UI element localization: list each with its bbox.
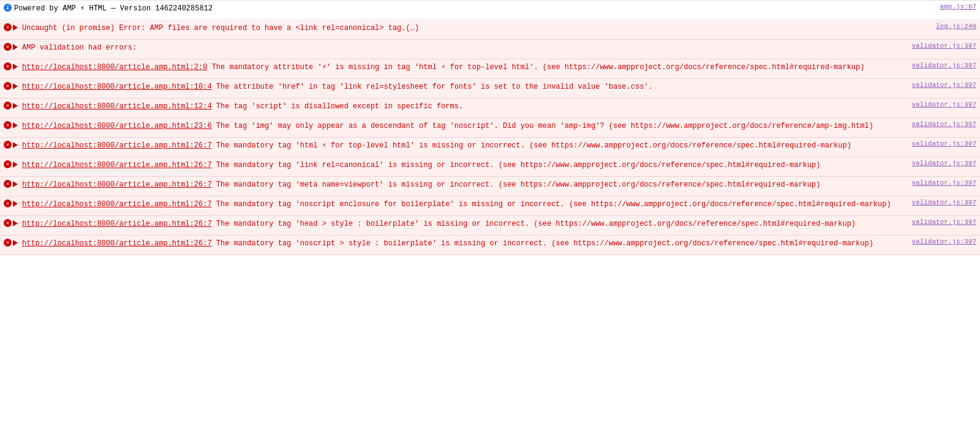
console-row: ✕ http://localhost:8000/article.amp.html… xyxy=(0,236,980,255)
message-text: http://localhost:8000/article.amp.html:2… xyxy=(22,121,903,132)
row-icon-area: ✕ xyxy=(4,239,20,247)
error-icon: ✕ xyxy=(4,82,12,90)
expand-triangle[interactable] xyxy=(13,64,18,70)
row-icon-area: ✕ xyxy=(4,82,20,90)
expand-triangle[interactable] xyxy=(13,240,18,246)
error-link[interactable]: http://localhost:8000/article.amp.html:2… xyxy=(22,63,207,72)
expand-triangle[interactable] xyxy=(13,162,18,168)
row-left: ✕ http://localhost:8000/article.amp.html… xyxy=(4,179,903,190)
row-left: ✕ http://localhost:8000/article.amp.html… xyxy=(4,121,903,132)
row-left: ✕ Uncaught (in promise) Error: AMP files… xyxy=(4,23,903,34)
row-icon-area: ✕ xyxy=(4,62,20,70)
error-icon: ✕ xyxy=(4,102,12,110)
console-row: ✕ http://localhost:8000/article.amp.html… xyxy=(0,138,980,157)
row-left: ✕ http://localhost:8000/article.amp.html… xyxy=(4,218,903,229)
error-icon: ✕ xyxy=(4,219,12,227)
error-link[interactable]: http://localhost:8000/article.amp.html:2… xyxy=(22,180,212,189)
source-link[interactable]: validator.js:397 xyxy=(903,160,976,167)
error-icon: ✕ xyxy=(4,141,12,149)
error-icon: ✕ xyxy=(4,199,12,207)
message-text: http://localhost:8000/article.amp.html:2… xyxy=(22,62,903,73)
row-left: ✕ http://localhost:8000/article.amp.html… xyxy=(4,199,903,210)
error-icon: ✕ xyxy=(4,160,12,168)
console-row: ✕ http://localhost:8000/article.amp.html… xyxy=(0,99,980,118)
expand-triangle[interactable] xyxy=(13,220,18,226)
console-row: ✕ http://localhost:8000/article.amp.html… xyxy=(0,196,980,216)
expand-triangle[interactable] xyxy=(13,24,18,31)
row-left: i Powered by AMP ⚡ HTML — Version 146224… xyxy=(4,3,903,14)
message-text: http://localhost:8000/article.amp.html:2… xyxy=(22,218,903,229)
error-link[interactable]: http://localhost:8000/article.amp.html:1… xyxy=(22,83,212,91)
error-icon: ✕ xyxy=(4,62,12,70)
error-link[interactable]: http://localhost:8000/article.amp.html:2… xyxy=(22,200,212,209)
console-row: ✕ Uncaught (in promise) Error: AMP files… xyxy=(0,20,980,40)
row-icon-area: ✕ xyxy=(4,180,20,188)
console-row: ✕ http://localhost:8000/article.amp.html… xyxy=(0,216,980,236)
row-icon-area: ✕ xyxy=(4,102,20,110)
message-text: Uncaught (in promise) Error: AMP files a… xyxy=(22,23,903,34)
row-left: ✕ http://localhost:8000/article.amp.html… xyxy=(4,101,903,112)
row-left: ✕ http://localhost:8000/article.amp.html… xyxy=(4,238,903,249)
source-link[interactable]: validator.js:397 xyxy=(903,42,976,50)
message-text: AMP validation had errors: xyxy=(22,42,903,53)
console-row: ✕ http://localhost:8000/article.amp.html… xyxy=(0,118,980,138)
row-icon-area: ✕ xyxy=(4,160,20,168)
row-icon-area: ✕ xyxy=(4,43,20,51)
row-left: ✕ http://localhost:8000/article.amp.html… xyxy=(4,81,903,92)
message-text: http://localhost:8000/article.amp.html:2… xyxy=(22,199,903,210)
source-link[interactable]: validator.js:397 xyxy=(903,140,976,147)
error-icon: ✕ xyxy=(4,23,12,31)
console-row: ✕ http://localhost:8000/article.amp.html… xyxy=(0,59,980,79)
console-row: ✕ http://localhost:8000/article.amp.html… xyxy=(0,177,980,196)
console-row: i Powered by AMP ⚡ HTML — Version 146224… xyxy=(0,1,980,20)
row-left: ✕ http://localhost:8000/article.amp.html… xyxy=(4,160,903,171)
error-link[interactable]: http://localhost:8000/article.amp.html:2… xyxy=(22,141,212,150)
row-left: ✕ http://localhost:8000/article.amp.html… xyxy=(4,62,903,73)
row-left: ✕ AMP validation had errors: xyxy=(4,42,903,53)
row-icon-area: ✕ xyxy=(4,141,20,149)
source-link[interactable]: amp.js:87 xyxy=(903,3,976,10)
error-link[interactable]: http://localhost:8000/article.amp.html:2… xyxy=(22,220,212,228)
error-icon: ✕ xyxy=(4,43,12,51)
error-icon: ✕ xyxy=(4,121,12,129)
message-text: http://localhost:8000/article.amp.html:2… xyxy=(22,160,903,171)
row-icon-area: ✕ xyxy=(4,23,20,31)
expand-triangle[interactable] xyxy=(13,83,18,89)
console-row: ✕ http://localhost:8000/article.amp.html… xyxy=(0,157,980,177)
error-icon: ✕ xyxy=(4,180,12,188)
expand-triangle[interactable] xyxy=(13,142,18,148)
source-link[interactable]: validator.js:397 xyxy=(903,238,976,245)
source-link[interactable]: validator.js:397 xyxy=(903,121,976,128)
console-panel: i Powered by AMP ⚡ HTML — Version 146224… xyxy=(0,0,980,424)
expand-triangle[interactable] xyxy=(13,44,18,50)
source-link[interactable]: validator.js:397 xyxy=(903,199,976,206)
source-link[interactable]: validator.js:397 xyxy=(903,179,976,187)
expand-triangle[interactable] xyxy=(13,181,18,187)
source-link[interactable]: validator.js:397 xyxy=(903,218,976,226)
message-text: http://localhost:8000/article.amp.html:1… xyxy=(22,101,903,112)
console-row: ✕ AMP validation had errors: validator.j… xyxy=(0,40,980,59)
error-link[interactable]: http://localhost:8000/article.amp.html:2… xyxy=(22,122,212,130)
row-icon-area: ✕ xyxy=(4,121,20,129)
message-text: Powered by AMP ⚡ HTML — Version 14622402… xyxy=(14,3,903,14)
source-link[interactable]: log.js:246 xyxy=(903,23,976,30)
info-icon: i xyxy=(4,4,12,12)
expand-triangle[interactable] xyxy=(13,103,18,109)
row-icon-area: i xyxy=(4,4,12,12)
error-link[interactable]: http://localhost:8000/article.amp.html:2… xyxy=(22,161,212,169)
row-left: ✕ http://localhost:8000/article.amp.html… xyxy=(4,140,903,151)
error-link[interactable]: http://localhost:8000/article.amp.html:1… xyxy=(22,102,212,111)
expand-triangle[interactable] xyxy=(13,122,18,128)
message-text: http://localhost:8000/article.amp.html:2… xyxy=(22,179,903,190)
source-link[interactable]: validator.js:397 xyxy=(903,81,976,89)
source-link[interactable]: validator.js:397 xyxy=(903,62,976,69)
row-icon-area: ✕ xyxy=(4,219,20,227)
row-icon-area: ✕ xyxy=(4,199,20,207)
error-link[interactable]: http://localhost:8000/article.amp.html:2… xyxy=(22,239,212,248)
console-row: ✕ http://localhost:8000/article.amp.html… xyxy=(0,79,980,99)
message-text: http://localhost:8000/article.amp.html:1… xyxy=(22,81,903,92)
source-link[interactable]: validator.js:397 xyxy=(903,101,976,108)
error-icon: ✕ xyxy=(4,239,12,247)
message-text: http://localhost:8000/article.amp.html:2… xyxy=(22,140,903,151)
expand-triangle[interactable] xyxy=(13,201,18,207)
